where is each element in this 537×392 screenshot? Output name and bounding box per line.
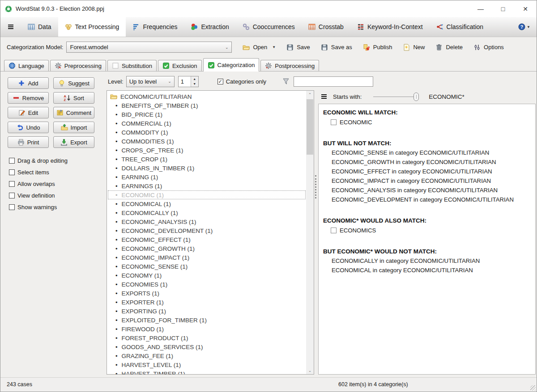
export-button[interactable]: Export — [53, 136, 94, 148]
tree-item[interactable]: •BENEFITS_OF_TIMBER (1) — [108, 101, 306, 110]
tree-item[interactable]: •HARVEST_LEVEL (1) — [108, 360, 306, 369]
panel-menu-icon[interactable] — [320, 93, 328, 100]
checkbox-box[interactable] — [9, 193, 15, 198]
allow-overlaps-checkbox[interactable]: Allow overlaps — [9, 181, 68, 187]
comment-button[interactable]: Comment — [53, 107, 94, 118]
tree-item[interactable]: •ECONOMIC_ANALYSIS (1) — [108, 217, 306, 226]
model-select[interactable]: Forest.wmodel ⌄ — [66, 42, 232, 53]
view-definition-checkbox[interactable]: View definition — [9, 192, 68, 199]
tab-data[interactable]: Data — [21, 17, 58, 37]
scrollbar-thumb[interactable] — [307, 99, 313, 155]
tree-item[interactable]: •GRAZING_FEE (1) — [108, 351, 306, 360]
tree-item[interactable]: •EXPORTS (1) — [108, 289, 306, 298]
checkbox-box[interactable] — [331, 228, 337, 233]
categories-only-checkbox[interactable]: ✓ Categories only — [217, 78, 266, 85]
edit-button[interactable]: Edit — [8, 107, 49, 118]
tree-item[interactable]: •EARNING (1) — [108, 173, 306, 181]
category-tree[interactable]: ECONOMIC/UTILITARIAN•BENEFITS_OF_TIMBER … — [107, 90, 314, 375]
dropdown-caret-icon[interactable]: ▼ — [272, 45, 276, 49]
economic-checkbox[interactable]: ECONOMIC — [323, 117, 531, 127]
tree-item[interactable]: •DOLLARS_IN_TIMBER (1) — [108, 164, 306, 173]
level-mode-select[interactable]: Up to level ⌄ — [126, 76, 175, 87]
checkbox-box[interactable] — [9, 169, 15, 175]
starts-with-slider[interactable] — [373, 97, 416, 97]
tab-crosstab[interactable]: Crosstab — [302, 17, 350, 37]
import-button[interactable]: Import — [53, 122, 94, 133]
filter-funnel-icon[interactable] — [282, 78, 290, 85]
maximize-button[interactable]: □ — [492, 0, 514, 17]
tree-item[interactable]: •COMMODITIES (1) — [108, 137, 306, 146]
delete-button[interactable]: Delete — [435, 44, 463, 51]
tree-item[interactable]: •ECONOMICALLY (1) — [108, 208, 306, 217]
show-warnings-checkbox[interactable]: Show warnings — [9, 204, 68, 211]
publish-button[interactable]: Publish — [363, 44, 392, 51]
tree-item[interactable]: •ECONOMICAL (1) — [108, 199, 306, 208]
tab-cooccurrences[interactable]: Cooccurrences — [236, 17, 302, 37]
tree-item[interactable]: •GOODS_AND_SERVICES (1) — [108, 342, 306, 351]
tree-category-root[interactable]: ECONOMIC/UTILITARIAN — [108, 92, 306, 101]
scroll-up-icon[interactable]: ⌃ — [306, 91, 314, 98]
save-button[interactable]: Save — [286, 44, 310, 51]
sort-button[interactable]: AZSort — [53, 92, 94, 104]
panel-splitter[interactable] — [315, 175, 317, 198]
undo-button[interactable]: Undo — [8, 122, 49, 133]
tab-extraction[interactable]: Extraction — [184, 17, 235, 37]
subtab-postprocessing[interactable]: Postprocessing — [260, 60, 319, 71]
open-button[interactable]: Open▼ — [243, 44, 276, 51]
save-as-button[interactable]: Save as — [321, 44, 352, 51]
subtab-substitution[interactable]: Substitution — [107, 60, 157, 71]
spinner-down-icon[interactable]: ▼ — [191, 81, 198, 87]
tree-item[interactable]: •FIREWOOD (1) — [108, 325, 306, 333]
tree-item[interactable]: •ECONOMIC_GROWTH (1) — [108, 244, 306, 253]
scroll-down-icon[interactable]: ⌄ — [306, 367, 314, 374]
tree-item[interactable]: •EXPLOITED_FOR_TIMBER (1) — [108, 316, 306, 325]
tree-scrollbar[interactable]: ⌃ ⌄ — [306, 91, 314, 374]
remove-button[interactable]: Remove — [8, 92, 49, 104]
tree-item[interactable]: •ECONOMIC_SENSE (1) — [108, 262, 306, 271]
close-button[interactable]: ✕ — [514, 0, 537, 17]
tree-item[interactable]: •EXPORTING (1) — [108, 307, 306, 316]
options-button[interactable]: Options — [473, 44, 504, 51]
tree-item[interactable]: •ECONOMY (1) — [108, 271, 306, 280]
tree-item[interactable]: •EARNINGS (1) — [108, 181, 306, 190]
economics-checkbox[interactable]: ECONOMICS — [323, 225, 531, 235]
tree-item[interactable]: •BID_PRICE (1) — [108, 110, 306, 119]
tab-text-processing[interactable]: Text Processing — [58, 17, 126, 37]
filter-input[interactable] — [294, 76, 373, 87]
checkbox-box[interactable] — [331, 119, 337, 125]
checkbox-box[interactable] — [9, 158, 15, 164]
tree-item[interactable]: •ECONOMIC (1) — [108, 190, 306, 199]
tree-item[interactable]: •COMMERCIAL (1) — [108, 119, 306, 128]
tree-item[interactable]: •TREE_CROP (1) — [108, 155, 306, 164]
new-button[interactable]: New — [403, 44, 425, 51]
tree-item[interactable]: •CROPS_OF_TREE (1) — [108, 146, 306, 155]
level-spinner[interactable]: 1 ▲ ▼ — [178, 76, 199, 87]
subtab-preprocessing[interactable]: Preprocessing — [50, 60, 106, 71]
tree-item[interactable]: •ECONOMIC_IMPACT (1) — [108, 253, 306, 262]
tab-classification[interactable]: Classification — [430, 17, 490, 37]
select-items-checkbox[interactable]: Select items — [9, 169, 68, 176]
minimize-button[interactable]: ― — [469, 0, 492, 17]
checkbox-box[interactable] — [9, 181, 15, 187]
subtab-categorization[interactable]: Categorization — [203, 58, 260, 72]
tree-item[interactable]: •COMMODITY (1) — [108, 128, 306, 137]
menu-icon[interactable] — [0, 17, 21, 37]
resize-grip-icon[interactable] — [530, 385, 536, 391]
tree-item[interactable]: •ECONOMIES (1) — [108, 280, 306, 289]
tab-keyword-in-context[interactable]: Keyword-In-Context — [350, 17, 430, 37]
subtab-language[interactable]: Language — [4, 60, 49, 71]
drag-drop-editing-checkbox[interactable]: Drag & drop editing — [9, 157, 68, 164]
tree-item[interactable]: •ECONOMIC_EFFECT (1) — [108, 235, 306, 244]
tree-item[interactable]: •FOREST_PRODUCT (1) — [108, 333, 306, 342]
suggest-button[interactable]: Suggest — [53, 77, 94, 89]
spinner-up-icon[interactable]: ▲ — [191, 76, 198, 82]
help-icon[interactable]: ? ▼ — [518, 17, 537, 37]
tree-item[interactable]: •HARVEST_TIMBER (1) — [108, 369, 306, 375]
tab-frequencies[interactable]: Frequencies — [126, 17, 184, 37]
slider-handle[interactable] — [413, 93, 419, 101]
print-button[interactable]: Print — [8, 136, 49, 148]
tree-item[interactable]: •EXPORTER (1) — [108, 298, 306, 307]
checkbox-box[interactable] — [9, 204, 15, 210]
tree-item[interactable]: •ECONOMIC_DEVELOPMENT (1) — [108, 226, 306, 235]
subtab-exclusion[interactable]: Exclusion — [158, 60, 202, 71]
